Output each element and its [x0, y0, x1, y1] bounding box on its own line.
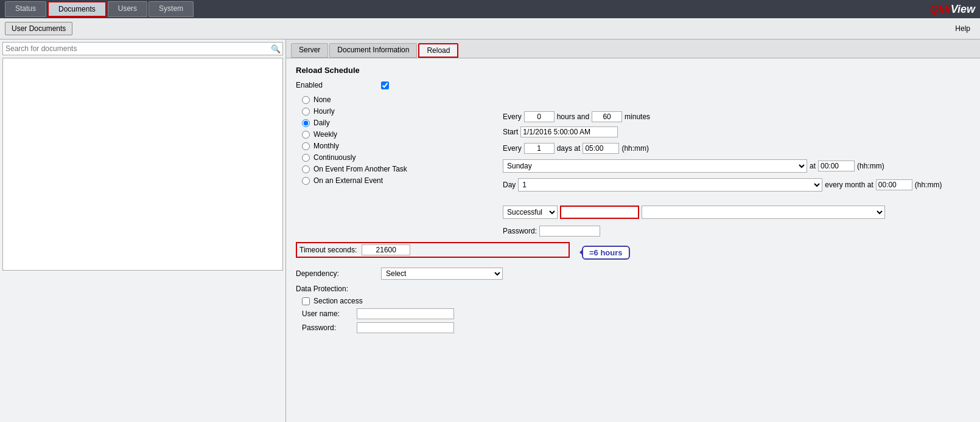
help-link[interactable]: Help	[955, 24, 975, 33]
hourly-minutes-label: minutes	[625, 112, 650, 121]
dp-password-row: Password:	[302, 322, 970, 333]
radio-on-event[interactable]: On Event From Another Task	[302, 165, 503, 173]
username-label: User name:	[302, 310, 357, 318]
second-bar: User Documents Help	[0, 18, 980, 40]
tab-system[interactable]: System	[149, 1, 194, 17]
schedule-radio-group: None Hourly Daily Weekly	[296, 95, 503, 240]
tab-documents[interactable]: Documents	[47, 1, 107, 17]
user-documents-button[interactable]: User Documents	[5, 22, 72, 35]
daily-hhmm-label: (hh:mm)	[621, 144, 649, 153]
username-row: User name:	[302, 308, 970, 319]
username-input[interactable]	[357, 308, 454, 319]
sidebar: 🔍	[0, 40, 286, 422]
event-status-select[interactable]: SuccessfulFailedAny	[503, 206, 558, 219]
radio-hourly-input[interactable]	[302, 108, 310, 116]
radio-none-input[interactable]	[302, 96, 310, 104]
annotation-balloon: =6 hours	[582, 246, 630, 260]
radio-weekly-input[interactable]	[302, 131, 310, 139]
section-access-checkbox[interactable]	[302, 297, 310, 305]
dependency-label: Dependency:	[296, 269, 381, 278]
monthly-every-label: every month at	[825, 181, 873, 189]
weekly-at-label: at	[810, 162, 816, 170]
timeout-label: Timeout seconds:	[299, 246, 357, 254]
radio-on-event-label: On Event From Another Task	[313, 165, 407, 173]
radio-monthly-input[interactable]	[302, 142, 310, 150]
hourly-controls: Every hours and minutes Start	[503, 97, 970, 140]
reload-schedule-title: Reload Schedule	[296, 66, 970, 75]
weekly-day-select[interactable]: SundayMondayTuesday WednesdayThursdayFri…	[503, 159, 807, 173]
radio-weekly-label: Weekly	[313, 130, 337, 139]
password-controls: Password:	[503, 222, 970, 237]
document-list	[2, 58, 283, 271]
search-input[interactable]	[2, 42, 283, 55]
radio-weekly[interactable]: Weekly	[302, 130, 503, 139]
hourly-start-input[interactable]	[520, 126, 618, 137]
monthly-day-select[interactable]: 12345 678910 1520252831	[518, 178, 822, 192]
dp-password-label: Password:	[302, 323, 357, 332]
event-task-select[interactable]	[642, 206, 885, 219]
radio-daily[interactable]: Daily	[302, 119, 503, 127]
radio-none[interactable]: None	[302, 95, 503, 104]
hourly-hours-input[interactable]	[524, 111, 555, 122]
enabled-row: Enabled	[296, 81, 970, 89]
schedule-grid: None Hourly Daily Weekly	[296, 95, 970, 240]
password-input[interactable]	[539, 226, 600, 237]
section-access-row: Section access	[302, 297, 970, 305]
tab-status[interactable]: Status	[5, 1, 46, 17]
radio-on-event-input[interactable]	[302, 165, 310, 173]
enabled-label: Enabled	[296, 81, 381, 89]
event-task-input[interactable]	[560, 206, 639, 219]
weekly-controls: SundayMondayTuesday WednesdayThursdayFri…	[503, 157, 970, 173]
reload-content: Reload Schedule Enabled None	[286, 58, 980, 344]
hourly-start-row: Start	[503, 126, 970, 137]
password-label: Password:	[503, 227, 537, 235]
section-access-label: Section access	[313, 297, 363, 305]
monthly-day-label: Day	[503, 181, 516, 189]
radio-monthly-label: Monthly	[313, 142, 339, 150]
app-logo: QlikView	[930, 3, 975, 16]
daily-every-row: Every days at (hh:mm)	[503, 143, 970, 154]
radio-continuously[interactable]: Continuously	[302, 153, 503, 162]
radio-external-event-input[interactable]	[302, 177, 310, 185]
daily-time-input[interactable]	[583, 143, 619, 154]
hourly-and-label: hours and	[557, 112, 589, 121]
panel-tabs: Server Document Information Reload	[286, 40, 980, 58]
data-protection-section: Data Protection: Section access User nam…	[296, 285, 970, 333]
radio-external-event[interactable]: On an External Event	[302, 176, 503, 185]
dependency-select[interactable]: Select	[381, 268, 503, 280]
radio-none-label: None	[313, 95, 331, 104]
tab-users[interactable]: Users	[108, 1, 147, 17]
daily-controls: Every days at (hh:mm)	[503, 140, 970, 154]
weekly-time-input[interactable]	[818, 161, 855, 171]
daily-days-input[interactable]	[524, 143, 555, 154]
hourly-every-label: Every	[503, 112, 522, 121]
right-panel: Server Document Information Reload Reloa…	[286, 40, 980, 422]
weekly-row: SundayMondayTuesday WednesdayThursdayFri…	[503, 159, 970, 173]
radio-hourly[interactable]: Hourly	[302, 107, 503, 116]
event-controls: SuccessfulFailedAny	[503, 195, 970, 219]
event-row: SuccessfulFailedAny	[503, 206, 970, 219]
radio-external-event-label: On an External Event	[313, 176, 383, 185]
hourly-minutes-input[interactable]	[592, 111, 622, 122]
search-icon: 🔍	[271, 44, 281, 54]
tab-reload[interactable]: Reload	[418, 43, 458, 58]
radio-daily-input[interactable]	[302, 119, 310, 127]
hourly-start-label: Start	[503, 128, 518, 136]
dependency-row: Dependency: Select	[296, 268, 970, 280]
tab-server[interactable]: Server	[291, 43, 328, 58]
monthly-controls: Day 12345 678910 1520252831 every month …	[503, 176, 970, 192]
hourly-every-row: Every hours and minutes	[503, 111, 970, 122]
radio-continuously-input[interactable]	[302, 154, 310, 162]
radio-monthly[interactable]: Monthly	[302, 142, 503, 150]
radio-hourly-label: Hourly	[313, 107, 335, 116]
radio-continuously-label: Continuously	[313, 153, 355, 162]
timeout-input[interactable]	[362, 244, 410, 255]
tab-document-information[interactable]: Document Information	[329, 43, 417, 58]
daily-every-label: Every	[503, 144, 522, 153]
enabled-checkbox[interactable]	[381, 81, 389, 89]
radio-daily-label: Daily	[313, 119, 330, 127]
dp-password-input[interactable]	[357, 322, 454, 333]
daily-days-label: days at	[557, 144, 581, 153]
top-nav-tabs: Status Documents Users System	[5, 1, 194, 17]
monthly-time-input[interactable]	[876, 179, 912, 190]
